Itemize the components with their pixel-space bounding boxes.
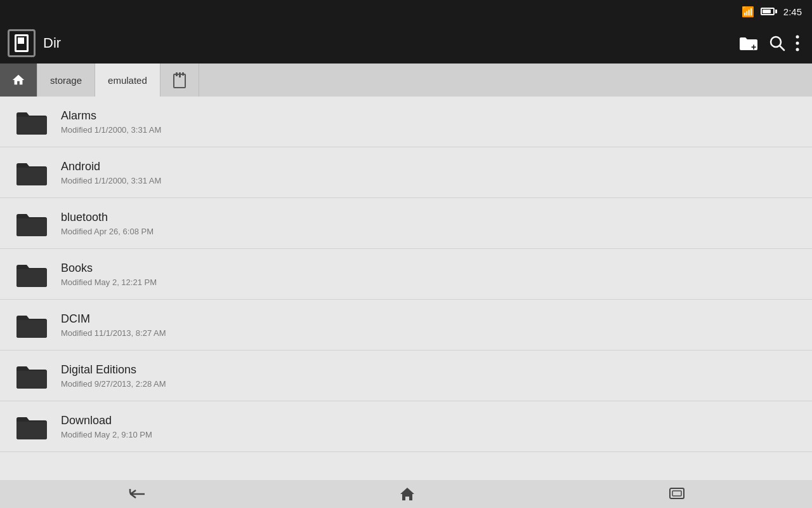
more-options-button[interactable] [790,30,804,57]
breadcrumb-bar: storage emulated [0,64,812,97]
toolbar: Dir + [0,23,812,64]
file-meta: Modified 1/1/2000, 3:31 AM [61,176,799,185]
folder-icon-wrap [13,258,51,290]
status-bar: 📶 2:45 [0,0,812,23]
svg-rect-9 [182,72,184,76]
svg-rect-7 [176,72,178,76]
more-options-icon [796,35,799,51]
folder-icon-wrap [13,309,51,341]
file-meta: Modified 1/1/2000, 3:31 AM [61,125,799,135]
file-item[interactable]: DCIM Modified 11/1/2013, 8:27 AM [0,300,812,351]
folder-icon [15,311,48,339]
file-item[interactable]: bluetooth Modified Apr 26, 6:08 PM [0,198,812,249]
file-meta: Modified 9/27/2013, 2:28 AM [61,379,799,389]
svg-point-4 [796,42,799,45]
file-info: bluetooth Modified Apr 26, 6:08 PM [61,211,799,236]
sdcard-icon [173,72,186,88]
file-info: Digital Editions Modified 9/27/2013, 2:2… [61,363,799,389]
breadcrumb-emulated[interactable]: emulated [95,64,160,97]
svg-line-2 [780,46,784,50]
folder-icon-wrap [13,208,51,239]
battery-icon [761,8,777,15]
file-list: Alarms Modified 1/1/2000, 3:31 AM Androi… [0,97,812,480]
svg-rect-8 [179,72,181,77]
folder-icon [15,260,48,288]
app-title: Dir [43,35,733,51]
svg-text:+: + [751,42,756,51]
search-button[interactable] [764,30,790,57]
file-info: DCIM Modified 11/1/2013, 8:27 AM [61,312,799,338]
time-display: 2:45 [783,6,802,17]
home-nav-button[interactable] [380,481,435,507]
back-button[interactable] [108,481,165,507]
file-item[interactable]: Digital Editions Modified 9/27/2013, 2:2… [0,351,812,401]
home-nav-icon [399,486,416,502]
search-icon [769,35,785,51]
recents-icon [669,487,685,501]
file-name: Android [61,160,799,173]
file-info: Alarms Modified 1/1/2000, 3:31 AM [61,109,799,135]
file-info: Books Modified May 2, 12:21 PM [61,262,799,287]
breadcrumb-sdcard[interactable] [160,64,199,97]
folder-icon-wrap [13,360,51,392]
folder-icon [15,159,48,187]
file-name: Alarms [61,109,799,123]
file-name: Download [61,414,799,427]
file-name: Books [61,262,799,275]
file-item[interactable]: Download Modified May 2, 9:10 PM [0,401,812,452]
recents-button[interactable] [650,482,704,506]
file-name: DCIM [61,312,799,326]
svg-point-3 [796,36,799,39]
new-folder-button[interactable]: + [733,30,764,57]
file-info: Android Modified 1/1/2000, 3:31 AM [61,160,799,185]
wifi-icon: 📶 [742,6,754,18]
folder-icon [15,108,48,136]
folder-icon [15,210,48,237]
file-name: Digital Editions [61,363,799,377]
folder-icon-wrap [13,411,51,443]
file-info: Download Modified May 2, 9:10 PM [61,414,799,439]
file-item[interactable]: Books Modified May 2, 12:21 PM [0,249,812,300]
file-name: bluetooth [61,211,799,224]
app-logo [8,29,36,57]
breadcrumb-home[interactable] [0,64,37,97]
file-meta: Modified May 2, 9:10 PM [61,430,799,439]
file-item[interactable]: Alarms Modified 1/1/2000, 3:31 AM [0,97,812,147]
svg-rect-11 [672,491,681,496]
file-item[interactable]: Android Modified 1/1/2000, 3:31 AM [0,147,812,198]
file-meta: Modified 11/1/2013, 8:27 AM [61,328,799,338]
file-meta: Modified Apr 26, 6:08 PM [61,227,799,236]
folder-icon [15,362,48,390]
folder-icon [15,413,48,441]
folder-icon-wrap [13,157,51,189]
home-icon [11,73,25,87]
nav-bar [0,480,812,508]
back-icon [127,486,146,502]
file-meta: Modified May 2, 12:21 PM [61,277,799,287]
folder-icon-wrap [13,106,51,138]
svg-point-5 [796,48,799,51]
breadcrumb-storage[interactable]: storage [37,64,95,97]
new-folder-icon: + [738,35,759,51]
